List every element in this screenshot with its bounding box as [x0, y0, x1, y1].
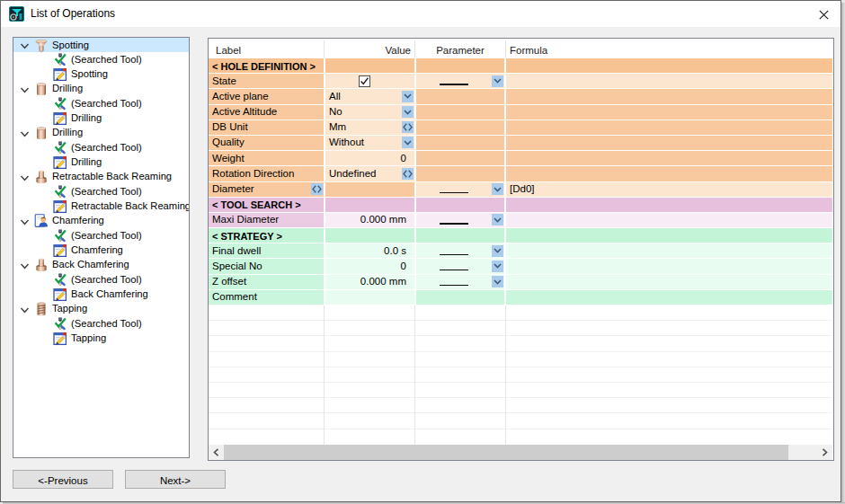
tree-group-label: Back Chamfering: [52, 259, 129, 270]
chevron-down-icon[interactable]: [20, 305, 30, 314]
tree-group-retractable-back-reaming[interactable]: Retractable Back Reaming: [13, 170, 189, 184]
dropdown-arrow-icon[interactable]: [402, 106, 414, 118]
row-label: Final dwell: [209, 243, 324, 258]
value-cell[interactable]: 0.000 mm: [325, 275, 414, 289]
edit-operation-icon: [53, 111, 67, 126]
tree-item-spotting[interactable]: Spotting: [13, 67, 189, 82]
formula-cell[interactable]: [506, 259, 832, 273]
tree-group-spotting[interactable]: Spotting: [13, 38, 189, 52]
tree-item-drilling[interactable]: Drilling: [13, 155, 189, 170]
formula-cell[interactable]: [506, 275, 832, 289]
tree-group-drilling[interactable]: Drilling: [13, 82, 189, 96]
edit-operation-icon: [53, 287, 67, 302]
spinner-icon[interactable]: [402, 121, 414, 133]
value-cell[interactable]: 0: [325, 259, 414, 273]
searched-tool-icon: [53, 97, 67, 111]
parameter-cell[interactable]: [416, 213, 504, 227]
value-cell[interactable]: [325, 182, 414, 197]
chevron-down-icon[interactable]: [20, 261, 30, 270]
drill-cylinder-icon: [34, 82, 49, 96]
dropdown-arrow-icon[interactable]: [492, 261, 503, 272]
tree-group-back-chamfering[interactable]: Back Chamfering: [13, 258, 189, 272]
section-cell-formula: [506, 228, 832, 243]
tree-item--searched-tool-[interactable]: (Searched Tool): [13, 184, 189, 199]
value-cell[interactable]: No: [325, 105, 414, 119]
dropdown-arrow-icon[interactable]: [492, 183, 503, 195]
tree-item-tapping[interactable]: Tapping: [13, 332, 189, 346]
tree-item-label: (Searched Tool): [71, 274, 142, 285]
spinner-icon[interactable]: [402, 168, 414, 180]
value-cell[interactable]: All: [325, 89, 414, 103]
chevron-down-icon[interactable]: [20, 217, 30, 225]
formula-cell[interactable]: [506, 213, 832, 227]
chevron-down-icon[interactable]: [20, 85, 30, 93]
row-label: Special No: [209, 259, 324, 273]
tree-item-drilling[interactable]: Drilling: [13, 111, 189, 126]
state-checkbox[interactable]: [359, 75, 370, 87]
dropdown-arrow-icon[interactable]: [492, 245, 503, 257]
person-document-icon: [34, 214, 49, 228]
value-cell[interactable]: [325, 74, 414, 88]
parameter-row: Final dwell0.0 s: [209, 243, 832, 259]
tree-item--searched-tool-[interactable]: (Searched Tool): [13, 96, 189, 111]
chevron-down-icon[interactable]: [20, 129, 30, 137]
tree-item-chamfering[interactable]: Chamfering: [13, 243, 189, 258]
dropdown-arrow-icon[interactable]: [492, 276, 503, 287]
value-cell[interactable]: [325, 290, 414, 305]
parameter-cell[interactable]: [416, 182, 504, 197]
section-cell-formula: [506, 198, 832, 212]
edit-operation-icon: [53, 243, 67, 258]
searched-tool-icon: [53, 317, 67, 332]
tree-item--searched-tool-[interactable]: (Searched Tool): [13, 52, 189, 66]
value-cell[interactable]: Undefined: [325, 166, 414, 181]
next-button[interactable]: Next->: [125, 470, 226, 489]
parameter-cell[interactable]: [416, 74, 504, 88]
dropdown-arrow-icon[interactable]: [402, 91, 414, 102]
tree-item-retractable-back-reaming[interactable]: Retractable Back Reaming: [13, 199, 189, 214]
formula-cell[interactable]: [Dd0]: [506, 182, 832, 197]
tree-group-chamfering[interactable]: Chamfering: [13, 214, 189, 228]
close-button[interactable]: [814, 5, 832, 23]
formula-cell[interactable]: [506, 74, 832, 88]
value-cell[interactable]: Mm: [325, 120, 414, 135]
scroll-right-icon[interactable]: [817, 445, 832, 460]
tree-item-back-chamfering[interactable]: Back Chamfering: [13, 287, 189, 302]
edit-operation-icon: [53, 155, 67, 170]
tree-group-tapping[interactable]: Tapping: [13, 302, 189, 316]
edit-operation-icon: [53, 199, 67, 214]
grid-column-line: [505, 305, 506, 445]
tree-item--searched-tool-[interactable]: (Searched Tool): [13, 316, 189, 331]
dropdown-arrow-icon[interactable]: [492, 214, 503, 225]
section-cell-parameter: [416, 228, 504, 243]
parameter-cell[interactable]: [416, 275, 504, 289]
value-cell[interactable]: 0.000 mm: [325, 213, 414, 227]
title-bar: List of Operations: [1, 1, 841, 27]
tree-group-label: Tapping: [52, 303, 87, 314]
chevron-down-icon[interactable]: [20, 41, 30, 49]
row-label: DB Unit: [209, 120, 324, 135]
value-cell[interactable]: 0: [325, 151, 414, 165]
spinner-icon[interactable]: [311, 183, 323, 195]
empty-grid-row: [209, 352, 832, 367]
chevron-down-icon[interactable]: [20, 173, 30, 181]
tapping-thread-icon: [34, 302, 49, 316]
parameter-cell[interactable]: [416, 259, 504, 273]
tree-item--searched-tool-[interactable]: (Searched Tool): [13, 272, 189, 287]
tree-item-label: (Searched Tool): [71, 318, 142, 329]
previous-button[interactable]: <-Previous: [13, 470, 113, 489]
table-header: Label Value Parameter Formula: [209, 39, 832, 58]
value-cell[interactable]: 0.0 s: [325, 243, 414, 258]
scrollbar-thumb[interactable]: [224, 445, 788, 460]
tree-item--searched-tool-[interactable]: (Searched Tool): [13, 140, 189, 155]
dropdown-arrow-icon[interactable]: [492, 75, 503, 87]
section-cell-value: [325, 198, 414, 212]
formula-cell[interactable]: [506, 243, 832, 258]
parameter-cell[interactable]: [416, 243, 504, 258]
tree-item--searched-tool-[interactable]: (Searched Tool): [13, 228, 189, 243]
tree-group-drilling[interactable]: Drilling: [13, 126, 189, 140]
scroll-left-icon[interactable]: [209, 445, 224, 460]
value-cell[interactable]: Without: [325, 136, 414, 150]
dropdown-arrow-icon[interactable]: [402, 137, 414, 148]
grid-column-line: [414, 305, 415, 445]
horizontal-scrollbar[interactable]: [209, 445, 832, 460]
